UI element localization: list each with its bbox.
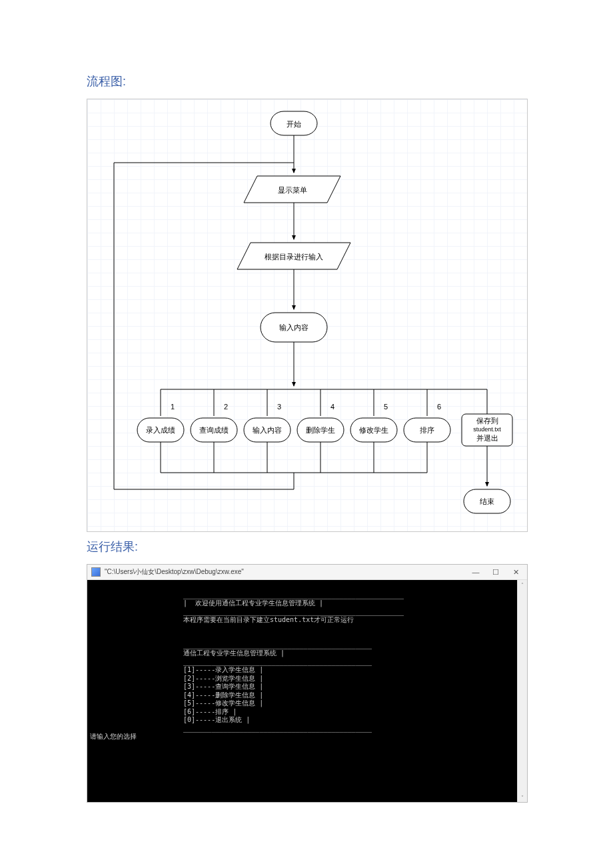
minimize-button[interactable]: — xyxy=(466,565,486,579)
svg-text:显示菜单: 显示菜单 xyxy=(278,186,307,194)
svg-text:保存到: 保存到 xyxy=(476,417,498,425)
close-button[interactable]: ✕ xyxy=(506,565,526,579)
svg-text:录入成绩: 录入成绩 xyxy=(146,426,175,434)
flowchart-diagram: 开始 显示菜单 根据目录进行输入 输入内容 1 2 3 4 xyxy=(87,99,528,532)
svg-text:根据目录进行输入: 根据目录进行输入 xyxy=(265,253,323,261)
svg-text:5: 5 xyxy=(384,403,388,411)
svg-text:排序: 排序 xyxy=(420,426,434,434)
svg-text:修改学生: 修改学生 xyxy=(359,426,388,434)
svg-text:查询成绩: 查询成绩 xyxy=(199,426,229,434)
svg-text:结束: 结束 xyxy=(480,497,494,505)
svg-text:4: 4 xyxy=(330,403,334,411)
console-output: ________________________________________… xyxy=(87,580,517,802)
window-title: "C:\Users\小仙女\Desktop\zxw\Debug\zxw.exe" xyxy=(105,567,466,577)
flowchart-heading: 流程图: xyxy=(87,73,526,89)
svg-text:1: 1 xyxy=(171,403,175,411)
svg-text:输入内容: 输入内容 xyxy=(279,323,308,331)
console-window: "C:\Users\小仙女\Desktop\zxw\Debug\zxw.exe"… xyxy=(87,564,528,803)
svg-text:6: 6 xyxy=(437,403,441,411)
app-icon xyxy=(91,567,101,577)
svg-text:3: 3 xyxy=(277,403,281,411)
vertical-scrollbar[interactable]: ˄ ˅ xyxy=(517,580,527,802)
svg-text:并退出: 并退出 xyxy=(476,434,498,442)
svg-text:2: 2 xyxy=(224,403,228,411)
maximize-button[interactable]: ☐ xyxy=(486,565,506,579)
svg-text:开始: 开始 xyxy=(287,120,301,128)
svg-text:删除学生: 删除学生 xyxy=(306,426,335,434)
scroll-up-icon[interactable]: ˄ xyxy=(518,580,527,589)
svg-text:输入内容: 输入内容 xyxy=(253,426,282,434)
scroll-down-icon[interactable]: ˅ xyxy=(518,793,527,802)
window-titlebar: "C:\Users\小仙女\Desktop\zxw\Debug\zxw.exe"… xyxy=(87,565,527,580)
result-heading: 运行结果: xyxy=(87,539,526,555)
svg-text:student.txt: student.txt xyxy=(473,426,501,433)
